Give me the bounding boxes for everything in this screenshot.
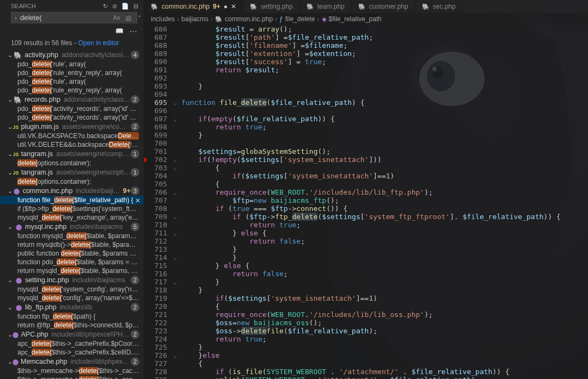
match-row[interactable]: pdo_delete('activity_records', array('id… xyxy=(0,104,144,113)
fold-cell[interactable] xyxy=(171,204,179,213)
match-row[interactable]: pdo_delete('rule', array( xyxy=(0,77,144,86)
match-row[interactable]: $this->_memcache->delete($this->_cachePr… xyxy=(0,375,144,379)
fold-cell[interactable] xyxy=(171,139,179,147)
fold-cell[interactable] xyxy=(171,262,179,270)
more-options-icon[interactable]: ⋯ xyxy=(129,28,137,34)
breadcrumb-segment[interactable]: includes xyxy=(151,15,175,23)
fold-cell[interactable] xyxy=(171,270,179,278)
breakpoint-icon[interactable] xyxy=(144,158,146,162)
file-row[interactable]: ⌄⬤APC.phpincludes\lib\phpexcel\PHPExcel\… xyxy=(0,330,144,339)
file-row[interactable]: ⌄⬤Memcache.phpincludes\lib\phpexcel\PHPE… xyxy=(0,357,144,366)
breadcrumb-symbol[interactable]: file_delete xyxy=(285,15,315,23)
fold-cell[interactable] xyxy=(171,49,179,58)
fold-cell[interactable] xyxy=(171,25,179,33)
fold-cell[interactable] xyxy=(171,359,179,368)
match-row[interactable]: mysqld_delete('system_config', array('na… xyxy=(0,285,144,294)
close-icon[interactable]: ✕ xyxy=(231,3,236,10)
fold-cell[interactable] xyxy=(171,74,179,82)
editor-tab[interactable]: 🐘common.inc.php9+●✕ xyxy=(144,0,243,13)
editor-tab[interactable]: 🐘setting.php xyxy=(243,0,300,13)
fold-cell[interactable] xyxy=(171,196,179,204)
file-row[interactable]: ⌄🐘records.phpaddons\activity\class\web2 xyxy=(0,95,144,104)
match-row[interactable]: mysqld_delete('key_exchange', array('eke… xyxy=(0,213,144,222)
fold-cell[interactable]: ⌄ xyxy=(171,115,179,123)
clear-icon[interactable]: ⊘ xyxy=(112,3,117,10)
fold-cell[interactable]: ⌄ xyxy=(171,164,179,172)
book-icon[interactable]: 📖 xyxy=(115,27,124,35)
regex-toggle[interactable]: .* xyxy=(135,14,142,21)
editor-tab[interactable]: 🐘sec.php xyxy=(415,0,463,13)
fold-cell[interactable]: ⌄ xyxy=(171,156,179,164)
breadcrumb-segment[interactable]: baijiacms xyxy=(181,15,209,23)
match-case-toggle[interactable]: Aa xyxy=(112,14,121,21)
match-row[interactable]: function mysqld_delete($table, $params =… xyxy=(0,232,144,240)
match-row[interactable]: apc_delete($this->_cachePrefix.$pCoord.'… xyxy=(0,339,144,348)
fold-cell[interactable] xyxy=(171,41,179,49)
fold-cell[interactable] xyxy=(171,343,179,351)
fold-cell[interactable] xyxy=(171,123,179,131)
fold-cell[interactable] xyxy=(171,237,179,245)
match-row[interactable]: public function delete($table, $params =… xyxy=(0,249,144,258)
match-word-toggle[interactable]: ab xyxy=(124,14,133,21)
fold-cell[interactable] xyxy=(171,172,179,180)
fold-cell[interactable] xyxy=(171,90,179,98)
fold-cell[interactable] xyxy=(171,180,179,188)
fold-cell[interactable] xyxy=(171,131,179,139)
editor-tab[interactable]: 🐘team.php xyxy=(300,0,352,13)
fold-cell[interactable] xyxy=(171,82,179,90)
match-row[interactable]: function file_delete($file_relative_path… xyxy=(0,196,144,204)
breadcrumb-segment[interactable]: common.inc.php xyxy=(225,15,273,23)
match-row[interactable]: return mysqldb()->delete($table, $params… xyxy=(0,240,144,249)
search-input[interactable] xyxy=(20,14,112,22)
file-row[interactable]: ⌄🐘activity.phpaddons\activity\class\web4 xyxy=(0,50,144,60)
fold-cell[interactable]: ⌄ xyxy=(171,229,179,237)
fold-cell[interactable]: ⌄ xyxy=(171,278,179,286)
fold-cell[interactable] xyxy=(171,245,179,253)
match-row[interactable]: util.VK.BACKSPACE?o.backspaceDelete()&&e… xyxy=(0,132,144,140)
fold-cell[interactable] xyxy=(171,66,179,74)
dismiss-icon[interactable]: ✕ xyxy=(135,197,140,204)
match-row[interactable]: mysqld_delete('config', array('name'=>$c… xyxy=(0,294,144,302)
fold-cell[interactable] xyxy=(171,58,179,66)
editor-tab[interactable]: 🐘customer.php xyxy=(352,0,415,13)
match-row[interactable]: delete(options.container); xyxy=(0,159,144,167)
match-row[interactable]: return mysqld_delete($table, $params, $g… xyxy=(0,266,144,275)
fold-cell[interactable]: ⌄ xyxy=(171,188,179,196)
fold-cell[interactable]: ⌄ xyxy=(171,213,179,221)
file-row[interactable]: ⌄⬤common.inc.phpincludes\baijiacms9+3 xyxy=(0,186,144,196)
match-row[interactable]: pdo_delete('activity_records', array('id… xyxy=(0,113,144,122)
fold-cell[interactable] xyxy=(171,302,179,310)
fold-cell[interactable]: ⌄ xyxy=(171,98,179,107)
match-row[interactable]: util.VK.DELETE&&o.backspaceDelete(!0)&&e… xyxy=(0,140,144,149)
file-row[interactable]: ⌄tangram.jsassets\weengine\script\uedito… xyxy=(0,167,144,177)
file-row[interactable]: ⌄⬤lib_ftp.phpincludes\lib2 xyxy=(0,302,144,312)
file-row[interactable]: ⌄⬤setting.inc.phpincludes\baijiacms2 xyxy=(0,275,144,285)
open-in-editor-link[interactable]: Open in editor xyxy=(78,39,119,47)
match-row[interactable]: pdo_delete('rule', array( xyxy=(0,60,144,69)
fold-cell[interactable] xyxy=(171,376,179,379)
breadcrumb-symbol[interactable]: $file_relative_path xyxy=(329,15,382,23)
new-search-icon[interactable]: 📄 xyxy=(121,3,129,10)
match-row[interactable]: function ftp_delete($path) { xyxy=(0,312,144,321)
search-results-tree[interactable]: ⌄🐘activity.phpaddons\activity\class\web4… xyxy=(0,50,144,379)
match-row[interactable]: delete(options.container); xyxy=(0,177,144,186)
match-row[interactable]: pdo_delete('rule_entry_reply', array( xyxy=(0,86,144,95)
match-row[interactable]: apc_delete($this->_cachePrefix.$cellID.'… xyxy=(0,348,144,357)
file-row[interactable]: ⌄plugin.min.jsassets\weengine\components… xyxy=(0,122,144,132)
fold-cell[interactable]: ⌄ xyxy=(171,253,179,262)
match-row[interactable]: pdo_delete('rule_entry_reply', array( xyxy=(0,69,144,77)
expand-chevron-icon[interactable]: › xyxy=(15,14,17,22)
fold-cell[interactable] xyxy=(171,327,179,335)
fold-cell[interactable] xyxy=(171,368,179,376)
fold-cell[interactable] xyxy=(171,107,179,115)
fold-cell[interactable] xyxy=(171,221,179,229)
fold-cell[interactable] xyxy=(171,294,179,302)
file-row[interactable]: ⌄⬤mysql.inc.phpincludes\baijiacms5 xyxy=(0,222,144,232)
fold-cell[interactable] xyxy=(171,310,179,319)
file-row[interactable]: ⌄tangram.jsassets\weengine\components\ue… xyxy=(0,149,144,159)
collapse-icon[interactable]: ⊟ xyxy=(133,3,138,10)
fold-cell[interactable] xyxy=(171,335,179,343)
fold-cell[interactable]: ⌄ xyxy=(171,351,179,359)
match-row[interactable]: if ($ftp->ftp_delete($settings['system_f… xyxy=(0,204,144,213)
match-row[interactable]: $this->_memcache->delete($this->_cachePr… xyxy=(0,366,144,375)
